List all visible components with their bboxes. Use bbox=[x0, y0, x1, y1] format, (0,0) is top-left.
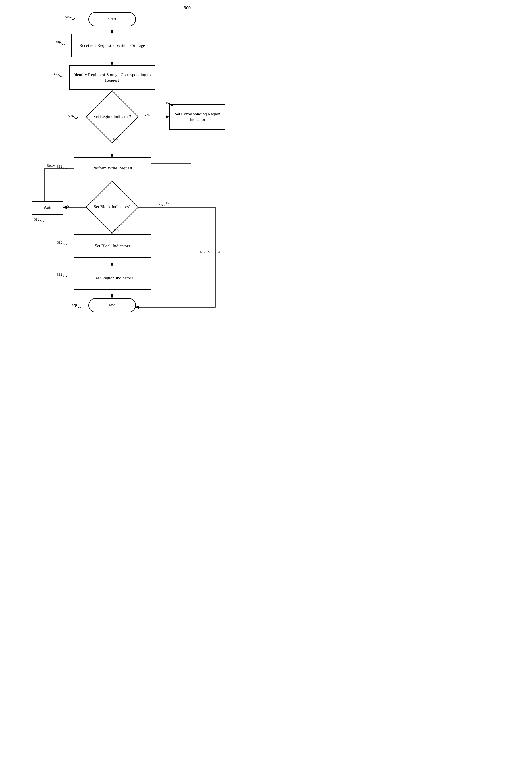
yes-label-312: Yes bbox=[113, 227, 119, 232]
yes-label-308: Yes bbox=[144, 113, 150, 117]
not-required-label: Not Required bbox=[200, 250, 220, 254]
diamond-308: Set Region Indicator? bbox=[85, 98, 139, 136]
node-310: Set Corresponding Region Indicator bbox=[169, 104, 225, 130]
squiggle-310 bbox=[168, 102, 174, 106]
start-node: Start bbox=[88, 12, 136, 26]
node-wait: Wait bbox=[32, 201, 63, 215]
squiggle-302 bbox=[69, 16, 75, 19]
node-311: Perform Write Request bbox=[73, 157, 151, 179]
squiggle-314 bbox=[38, 219, 44, 222]
node-306: Identify Region of Storage Corresponding… bbox=[69, 65, 155, 89]
squiggle-308 bbox=[72, 115, 77, 119]
retry-label: Retry bbox=[46, 163, 55, 168]
squiggle-318 bbox=[61, 274, 67, 277]
no-label-308: No bbox=[113, 137, 118, 142]
node-304: Receive a Request to Write to Storage bbox=[71, 34, 153, 57]
no-label-312: No bbox=[67, 204, 71, 208]
diagram-title: 300 bbox=[184, 5, 191, 11]
flowchart-container: 300 bbox=[0, 0, 266, 388]
node-316: Set Block Indicators bbox=[73, 234, 151, 258]
squiggle-311 bbox=[61, 166, 67, 169]
squiggle-312 bbox=[159, 203, 165, 206]
diamond-312: Set Block Indicators? bbox=[85, 188, 139, 226]
node-318: Clear Region Indicators bbox=[73, 266, 151, 290]
squiggle-304 bbox=[59, 41, 65, 45]
squiggle-316 bbox=[61, 242, 67, 245]
squiggle-306 bbox=[57, 73, 63, 77]
end-node: End bbox=[88, 298, 136, 313]
squiggle-320 bbox=[75, 305, 81, 308]
